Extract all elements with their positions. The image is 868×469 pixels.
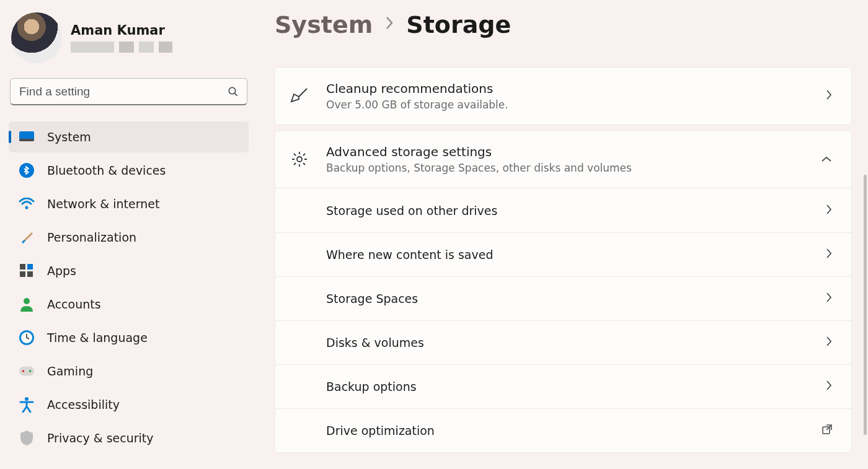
- sidebar-item-accounts[interactable]: Accounts: [9, 289, 249, 320]
- svg-point-0: [229, 87, 236, 94]
- chevron-right-icon: [825, 247, 833, 262]
- chevron-right-icon: [825, 291, 833, 306]
- sub-storage-other-drives[interactable]: Storage used on other drives: [275, 188, 851, 232]
- sub-disks-volumes[interactable]: Disks & volumes: [275, 320, 851, 364]
- sidebar-item-network[interactable]: Network & internet: [9, 188, 249, 219]
- search-wrap: [10, 78, 247, 105]
- main-content: System Storage Cleanup recommendations O…: [257, 0, 868, 469]
- sidebar-item-label: Accounts: [47, 297, 101, 311]
- svg-rect-7: [27, 264, 33, 270]
- chevron-right-icon: [825, 203, 833, 218]
- sidebar-item-gaming[interactable]: Gaming: [9, 356, 249, 387]
- search-icon: [228, 86, 239, 97]
- sidebar-item-personalization[interactable]: Personalization: [9, 222, 249, 253]
- card-subtitle: Over 5.00 GB of storage available.: [326, 99, 825, 111]
- nav-list: System Bluetooth & devices Network & int…: [9, 121, 249, 456]
- sidebar-item-privacy[interactable]: Privacy & security: [9, 423, 249, 454]
- external-link-icon: [822, 424, 833, 437]
- sub-drive-optimization[interactable]: Drive optimization: [275, 408, 851, 452]
- sub-label: Storage used on other drives: [326, 204, 825, 217]
- clock-icon: [19, 330, 35, 346]
- svg-point-5: [25, 206, 29, 209]
- gamepad-icon: [19, 363, 35, 379]
- apps-icon: [19, 263, 35, 279]
- wifi-icon: [19, 196, 35, 212]
- svg-point-16: [25, 397, 29, 401]
- breadcrumb-current: Storage: [406, 11, 511, 38]
- search-input[interactable]: [10, 78, 247, 105]
- svg-line-1: [235, 94, 237, 96]
- svg-rect-3: [19, 139, 34, 141]
- sidebar-item-apps[interactable]: Apps: [9, 255, 249, 286]
- chevron-right-icon: [385, 16, 394, 33]
- profile-block[interactable]: Aman Kumar: [9, 12, 249, 63]
- sub-label: Disks & volumes: [326, 336, 825, 349]
- chevron-up-icon: [820, 154, 833, 165]
- sub-label: Where new content is saved: [326, 248, 825, 261]
- scrollbar[interactable]: [864, 57, 867, 454]
- card-title: Cleanup recommendations: [326, 81, 825, 96]
- sidebar-item-label: Personalization: [47, 230, 136, 244]
- svg-rect-6: [20, 264, 25, 270]
- svg-point-17: [297, 157, 302, 162]
- accessibility-icon: [19, 397, 35, 413]
- profile-name: Aman Kumar: [71, 23, 172, 38]
- sidebar-item-label: Privacy & security: [47, 431, 154, 445]
- sidebar: Aman Kumar System Bluetooth & devices: [0, 0, 257, 469]
- card-title: Advanced storage settings: [326, 144, 820, 159]
- advanced-storage-header[interactable]: Advanced storage settings Backup options…: [275, 131, 851, 188]
- avatar: [11, 12, 62, 63]
- sidebar-item-accessibility[interactable]: Accessibility: [9, 389, 249, 420]
- svg-rect-9: [27, 271, 33, 277]
- sidebar-item-label: Network & internet: [47, 197, 159, 211]
- svg-rect-13: [19, 367, 34, 376]
- sub-storage-spaces[interactable]: Storage Spaces: [275, 276, 851, 320]
- sub-label: Drive optimization: [326, 424, 822, 437]
- profile-email-redacted: [71, 42, 172, 53]
- sidebar-item-label: System: [47, 130, 91, 144]
- sidebar-item-label: Apps: [47, 264, 76, 278]
- gear-icon: [290, 151, 309, 168]
- svg-rect-8: [20, 271, 25, 277]
- chevron-right-icon: [825, 89, 833, 103]
- display-icon: [19, 129, 35, 145]
- sidebar-item-bluetooth[interactable]: Bluetooth & devices: [9, 155, 249, 186]
- sub-label: Storage Spaces: [326, 292, 825, 305]
- svg-point-10: [24, 298, 30, 304]
- person-icon: [19, 296, 35, 312]
- sidebar-item-label: Accessibility: [47, 398, 120, 411]
- sidebar-item-label: Time & language: [47, 331, 148, 344]
- breadcrumb: System Storage: [275, 11, 852, 38]
- broom-icon: [290, 87, 309, 105]
- shield-icon: [19, 430, 35, 446]
- sidebar-item-label: Gaming: [47, 364, 93, 378]
- advanced-storage-card: Advanced storage settings Backup options…: [275, 130, 852, 453]
- sub-backup-options[interactable]: Backup options: [275, 364, 851, 408]
- sub-where-new-content[interactable]: Where new content is saved: [275, 232, 851, 276]
- bluetooth-icon: [19, 162, 35, 178]
- breadcrumb-parent[interactable]: System: [275, 11, 373, 38]
- sidebar-item-system[interactable]: System: [9, 121, 249, 152]
- sub-label: Backup options: [326, 380, 825, 393]
- sidebar-item-time[interactable]: Time & language: [9, 322, 249, 353]
- cleanup-recommendations-card[interactable]: Cleanup recommendations Over 5.00 GB of …: [275, 67, 852, 125]
- advanced-storage-sublist: Storage used on other drives Where new c…: [275, 188, 851, 452]
- brush-icon: [19, 229, 35, 245]
- svg-point-14: [22, 370, 25, 372]
- chevron-right-icon: [825, 335, 833, 350]
- card-subtitle: Backup options, Storage Spaces, other di…: [326, 162, 820, 174]
- sidebar-item-label: Bluetooth & devices: [47, 164, 166, 177]
- scroll-thumb[interactable]: [864, 175, 867, 435]
- svg-point-15: [29, 370, 32, 372]
- chevron-right-icon: [825, 379, 833, 394]
